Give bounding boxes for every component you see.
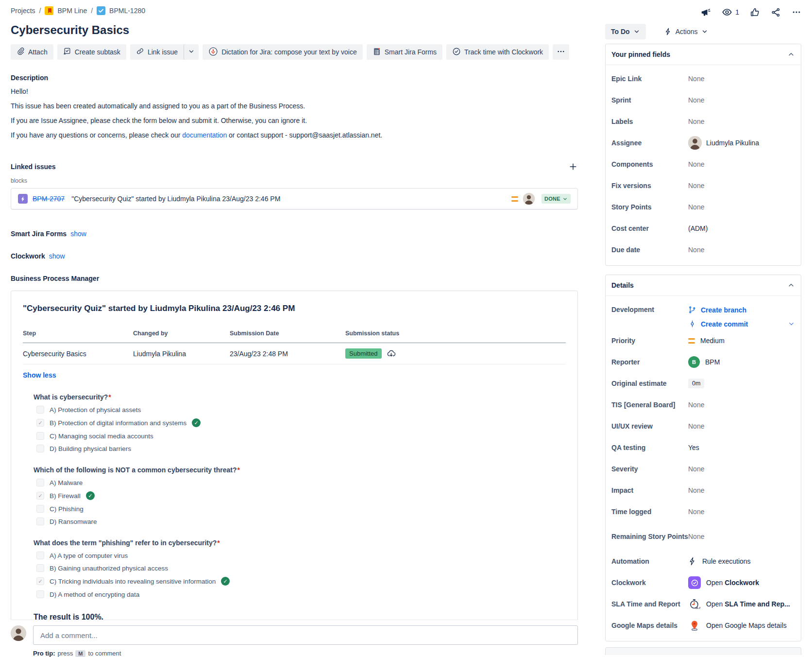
link-issue-more-button[interactable] <box>184 44 199 60</box>
field-value[interactable]: None <box>688 508 795 516</box>
link-issue-button[interactable]: Link issue <box>130 44 184 60</box>
checkbox-checked[interactable] <box>36 419 44 427</box>
page-title[interactable]: Cybersecurity Basics <box>11 23 578 37</box>
smart-jira-forms-button[interactable]: Smart Jira Forms <box>367 44 442 60</box>
vote-button[interactable] <box>750 7 760 17</box>
field-label: Priority <box>611 337 688 345</box>
breadcrumb-project[interactable]: BPM Line <box>57 7 87 15</box>
field-value[interactable]: None <box>688 486 795 494</box>
status-dropdown[interactable]: To Do <box>605 24 646 39</box>
description-text: If you have any questions or concerns, p… <box>11 131 182 139</box>
linked-issue-status-dropdown[interactable]: DONE <box>541 194 571 204</box>
field-value[interactable]: None <box>688 118 795 125</box>
show-less-link[interactable]: Show less <box>23 371 56 379</box>
details-header[interactable]: Details <box>606 275 801 296</box>
quiz-result: The result is 100%. <box>34 613 566 620</box>
checkbox-unchecked[interactable] <box>36 552 44 559</box>
checkbox-checked[interactable] <box>36 492 44 500</box>
field-row-components: Components None <box>606 154 801 175</box>
checkbox-unchecked[interactable] <box>36 590 44 598</box>
actions-dropdown[interactable]: Actions <box>659 24 714 39</box>
checkbox-unchecked[interactable] <box>36 445 44 452</box>
create-subtask-button[interactable]: Create subtask <box>57 44 126 60</box>
chevron-down-icon[interactable] <box>788 320 795 328</box>
field-value[interactable]: None <box>688 96 795 104</box>
field-row-uiux: UI/UX review None <box>606 415 801 437</box>
checkbox-unchecked[interactable] <box>36 518 44 525</box>
field-value[interactable]: None <box>688 246 795 254</box>
priority-value[interactable]: Medium <box>688 337 795 345</box>
field-row-remaining-story-points: Remaining Story Points None <box>606 522 801 551</box>
download-cloud-icon[interactable] <box>387 349 396 358</box>
toolbar: Attach Create subtask Link issue <box>11 44 578 60</box>
status-label: To Do <box>611 28 630 35</box>
bpm-issue-type-icon <box>18 194 28 204</box>
field-value[interactable]: None <box>688 160 795 168</box>
create-commit-label: Create commit <box>701 320 748 328</box>
chevron-down-icon <box>562 196 568 202</box>
toolbar-more-button[interactable] <box>553 44 569 60</box>
answer-option: A) Protection of physical assets <box>36 406 566 414</box>
track-time-clockwork-label: Track time with Clockwork <box>464 48 543 56</box>
breadcrumb-projects[interactable]: Projects <box>11 7 35 15</box>
reporter-value[interactable]: B BPM <box>688 356 795 368</box>
field-value[interactable]: Yes <box>688 444 795 451</box>
field-value[interactable]: None <box>688 533 795 540</box>
field-label: TIS [General Board] <box>611 401 688 409</box>
checkbox-unchecked[interactable] <box>36 505 44 513</box>
breadcrumb-issue-key[interactable]: BPML-1280 <box>109 7 145 15</box>
breadcrumb-separator: / <box>39 7 41 15</box>
estimate-pill[interactable]: 0m <box>688 379 704 388</box>
track-time-clockwork-button[interactable]: Track time with Clockwork <box>446 44 549 60</box>
field-value[interactable]: None <box>688 75 795 83</box>
field-value[interactable]: None <box>688 203 795 211</box>
field-value[interactable]: None <box>688 401 795 409</box>
megaphone-icon <box>701 7 711 17</box>
field-value[interactable]: None <box>688 422 795 430</box>
create-commit-link[interactable]: Create commit <box>688 320 748 328</box>
submitted-badge: Submitted <box>345 348 382 359</box>
field-value[interactable]: None <box>688 465 795 473</box>
description-heading: Description <box>11 74 578 82</box>
field-row-automation: Automation Rule executions <box>606 551 801 572</box>
assignee-value[interactable]: Liudmyla Pikulina <box>688 136 795 150</box>
link-issue-split-button: Link issue <box>130 44 199 60</box>
field-label: SLA Time and Report <box>611 600 688 608</box>
form-table-header: Step Changed by Submission Date Submissi… <box>23 330 566 343</box>
field-value[interactable]: None <box>688 182 795 190</box>
pinned-fields-header[interactable]: Your pinned fields <box>606 44 801 65</box>
comment-input[interactable] <box>33 625 578 645</box>
smart-forms-show-link[interactable]: show <box>70 230 86 238</box>
add-linked-issue-button[interactable] <box>568 162 578 172</box>
git-branch-icon <box>688 306 696 314</box>
watch-button[interactable]: 1 <box>722 7 739 17</box>
more-actions-button[interactable] <box>792 7 801 17</box>
dictation-button[interactable]: Dictation for Jira: compose your text by… <box>203 44 363 60</box>
open-google-maps-link[interactable]: Open Google Maps details <box>688 619 795 632</box>
rule-executions-link[interactable]: Rule executions <box>688 557 795 566</box>
form-document-icon <box>372 47 381 57</box>
checkbox-checked[interactable] <box>36 577 44 585</box>
linked-issues-header: Linked issues <box>11 162 578 172</box>
open-sla-link[interactable]: SLA Open SLA Time and Rep... <box>688 598 795 610</box>
watchers-count: 1 <box>735 8 739 16</box>
checkbox-unchecked[interactable] <box>36 564 44 572</box>
share-button[interactable] <box>771 7 781 17</box>
documentation-link[interactable]: documentation <box>182 131 227 139</box>
create-branch-link[interactable]: Create branch <box>688 306 795 314</box>
checkbox-unchecked[interactable] <box>36 479 44 486</box>
open-clockwork-link[interactable]: Open Clockwork <box>688 576 795 589</box>
option-label: C) Tricking individuals into revealing s… <box>50 578 216 585</box>
more-fields-panel-collapsed[interactable] <box>605 647 801 655</box>
linked-issue-summary[interactable]: "Cybersecurity Quiz" started by Liudmyla… <box>71 195 507 203</box>
attach-button[interactable]: Attach <box>11 44 53 60</box>
main-scroll-area: Projects / BPM Line / BPML-1280 Cybersec… <box>11 0 578 620</box>
keyboard-key-m: M <box>75 650 85 657</box>
checkbox-unchecked[interactable] <box>36 406 44 414</box>
linked-issue-key[interactable]: BPM-2707 <box>33 195 65 203</box>
feedback-megaphone-button[interactable] <box>701 7 711 17</box>
link-relation-label: blocks <box>11 177 578 184</box>
clockwork-show-link[interactable]: show <box>49 252 65 260</box>
field-value[interactable]: (ADM) <box>688 225 795 232</box>
checkbox-unchecked[interactable] <box>36 432 44 440</box>
